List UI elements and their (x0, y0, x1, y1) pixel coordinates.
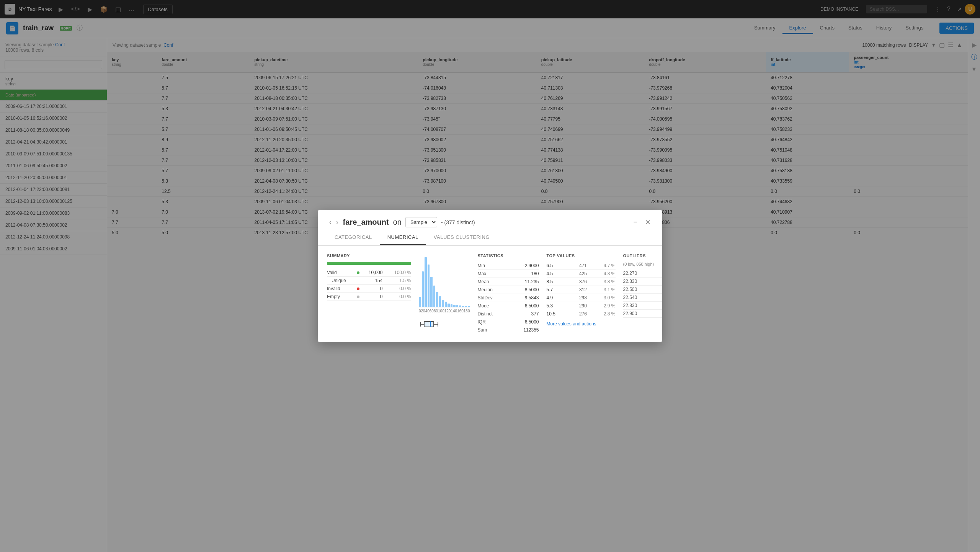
distinct-label: - (377 distinct) (441, 219, 475, 225)
outlier-row-1: 22.330 (623, 278, 663, 286)
stat-label: Distinct (478, 310, 508, 318)
stat-value: 11.235 (508, 278, 539, 286)
tv-val: 5.7 (547, 286, 568, 294)
axis-140: 140 (451, 309, 457, 313)
hist-bar-4 (430, 277, 433, 307)
valid-value: 10,000 (362, 269, 383, 277)
on-label: on (393, 218, 402, 226)
hist-bar-2 (425, 257, 427, 307)
summary-invalid-row: Invalid 0 0.0 % (327, 285, 411, 293)
tv-count: 425 (568, 270, 587, 278)
stat-value: 6.5000 (508, 318, 539, 326)
stats-row-7: IQR6.5000 (478, 318, 539, 326)
tv-count: 376 (568, 278, 587, 286)
tv-pct: 2.9 % (587, 302, 616, 310)
tv-count: 290 (568, 302, 587, 310)
tv-row-1: 4.54254.3 % (547, 270, 616, 278)
statistics-table: Min-2.9000Max180Mean11.235Median8.5000St… (478, 262, 539, 334)
hist-bar-7 (439, 296, 441, 307)
tv-val: 8.5 (547, 278, 568, 286)
hist-bar-5 (433, 286, 436, 307)
stats-row-0: Min-2.9000 (478, 262, 539, 270)
histogram-axis: 0 20 40 60 80 100 120 140 160 180 (419, 307, 470, 315)
valid-dot (357, 271, 359, 274)
box (424, 321, 434, 327)
valid-dot-cell (355, 269, 361, 277)
tv-pct: 3.0 % (587, 294, 616, 302)
tv-count: 312 (568, 286, 587, 294)
boxplot (419, 321, 470, 327)
hist-bar-11 (451, 304, 453, 307)
axis-180: 180 (464, 309, 470, 313)
tv-count: 276 (568, 310, 587, 318)
invalid-dot (357, 287, 359, 290)
outliers-title: OUTLIERS (623, 253, 663, 258)
tv-row-4: 4.92983.0 % (547, 294, 616, 302)
axis-60: 60 (430, 309, 434, 313)
outlier-value: 22.900 (623, 310, 663, 318)
tv-row-3: 5.73123.1 % (547, 286, 616, 294)
more-values-link[interactable]: More values and actions (547, 321, 616, 327)
hist-bar-17 (468, 306, 470, 307)
tv-val: 6.5 (547, 262, 568, 270)
minimize-button[interactable]: − (631, 217, 640, 227)
valid-label: Valid (327, 269, 355, 277)
hist-bar-13 (456, 305, 459, 307)
outlier-row-5: 22.900 (623, 310, 663, 318)
field-name: fare_amount (343, 218, 389, 226)
tab-categorical[interactable]: CATEGORICAL (327, 230, 380, 245)
tab-values-clustering[interactable]: VALUES CLUSTERING (426, 230, 497, 245)
stat-value: 8.5000 (508, 286, 539, 294)
tv-row-2: 8.53763.8 % (547, 278, 616, 286)
stat-label: Median (478, 286, 508, 294)
stats-row-5: Mode6.5000 (478, 302, 539, 310)
hist-bar-6 (436, 292, 438, 307)
stats-row-6: Distinct377 (478, 310, 539, 318)
hist-bar-10 (448, 304, 450, 307)
unique-value: 154 (362, 277, 383, 285)
tv-row-6: 10.52762.8 % (547, 310, 616, 318)
hist-bar-14 (459, 305, 461, 307)
summary-section: SUMMARY Valid 10,000 100.0 % Unique 154 (327, 253, 411, 334)
tab-numerical[interactable]: NUMERICAL (380, 230, 426, 245)
stat-value: 180 (508, 270, 539, 278)
stat-label: Sum (478, 326, 508, 334)
tv-pct: 3.8 % (587, 278, 616, 286)
outlier-row-3: 22.540 (623, 294, 663, 302)
tv-val: 4.9 (547, 294, 568, 302)
invalid-label: Invalid (327, 285, 355, 293)
tv-row-0: 6.54714.7 % (547, 262, 616, 270)
summary-table: Valid 10,000 100.0 % Unique 154 1.5 % In… (327, 269, 411, 301)
prev-field-button[interactable]: ‹ (327, 217, 334, 227)
histogram-chart: 0 20 40 60 80 100 120 140 160 180 (419, 253, 470, 315)
tv-pct: 2.8 % (587, 310, 616, 318)
unique-pct: 1.5 % (382, 277, 411, 285)
hist-bar-0 (419, 297, 421, 307)
sample-select[interactable]: Sample (405, 217, 437, 227)
tv-row-5: 5.32902.9 % (547, 302, 616, 310)
outlier-value: 22.500 (623, 286, 663, 294)
histogram-bars (419, 253, 470, 307)
close-button[interactable]: ✕ (643, 217, 653, 227)
outlier-value: 22.330 (623, 278, 663, 286)
stat-label: IQR (478, 318, 508, 326)
tv-count: 471 (568, 262, 587, 270)
modal-header: ‹ › fare_amount on Sample - (377 distinc… (318, 210, 662, 227)
stat-value: 6.5000 (508, 302, 539, 310)
next-field-button[interactable]: › (334, 217, 341, 227)
stat-value: -2.9000 (508, 262, 539, 270)
hist-bar-3 (428, 265, 430, 307)
stats-row-3: Median8.5000 (478, 286, 539, 294)
outlier-row-0: 22.270 (623, 269, 663, 278)
axis-120: 120 (444, 309, 451, 313)
hist-bar-12 (453, 305, 456, 307)
tv-count: 298 (568, 294, 587, 302)
tv-val: 5.3 (547, 302, 568, 310)
tick-right (438, 322, 438, 327)
tick-left (420, 322, 421, 327)
stat-label: StdDev (478, 294, 508, 302)
tv-pct: 4.3 % (587, 270, 616, 278)
modal-tabs: CATEGORICAL NUMERICAL VALUES CLUSTERING (318, 230, 662, 246)
progress-bar (327, 262, 411, 265)
stats-row-4: StdDev9.5843 (478, 294, 539, 302)
